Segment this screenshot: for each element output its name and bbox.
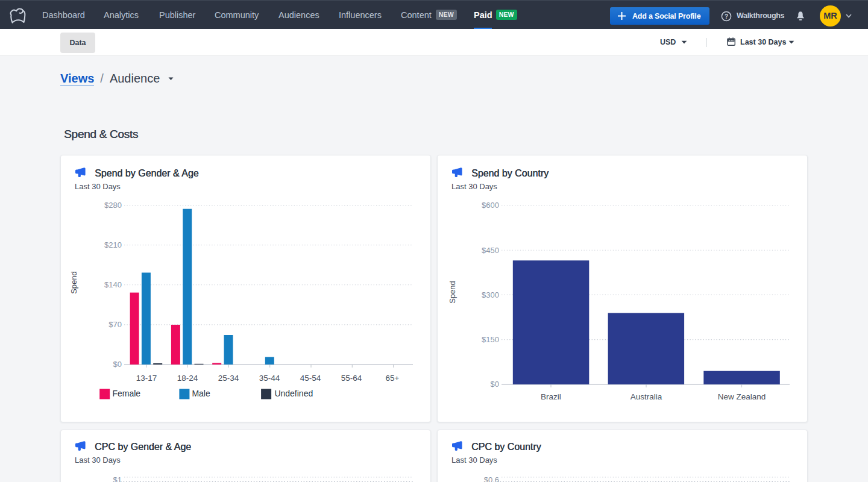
svg-text:25-34: 25-34 xyxy=(218,374,239,383)
svg-text:$70: $70 xyxy=(108,320,122,329)
svg-text:65+: 65+ xyxy=(386,374,400,383)
svg-text:$210: $210 xyxy=(104,240,122,249)
svg-text:$140: $140 xyxy=(104,280,122,289)
svg-text:$1: $1 xyxy=(113,475,122,482)
svg-text:Spend by Country: Spend by Country xyxy=(471,168,549,178)
svg-text:Last 30 Days: Last 30 Days xyxy=(75,455,121,465)
svg-text:$0: $0 xyxy=(491,380,499,389)
svg-text:CPC by Country: CPC by Country xyxy=(471,442,541,452)
svg-text:$600: $600 xyxy=(482,201,499,210)
svg-text:Spend by Gender & Age: Spend by Gender & Age xyxy=(95,168,199,178)
svg-text:$280: $280 xyxy=(104,201,122,210)
svg-text:$0.6: $0.6 xyxy=(484,475,499,482)
svg-text:Last 30 Days: Last 30 Days xyxy=(451,182,497,191)
svg-text:Brazil: Brazil xyxy=(541,392,561,401)
svg-text:?: ? xyxy=(725,13,728,20)
svg-text:Australia: Australia xyxy=(631,392,662,401)
svg-text:Male: Male xyxy=(192,389,210,398)
svg-text:Spend: Spend xyxy=(69,271,78,294)
svg-text:Spend: Spend xyxy=(448,281,457,304)
svg-text:New Zealand: New Zealand xyxy=(718,392,766,401)
svg-text:35-44: 35-44 xyxy=(259,374,280,383)
svg-text:45-54: 45-54 xyxy=(300,374,321,383)
svg-text:Last 30 Days: Last 30 Days xyxy=(451,455,497,465)
svg-text:Last 30 Days: Last 30 Days xyxy=(75,182,121,191)
svg-text:$150: $150 xyxy=(482,335,499,344)
svg-text:18-24: 18-24 xyxy=(177,374,198,383)
svg-text:CPC by Gender & Age: CPC by Gender & Age xyxy=(95,442,191,452)
svg-text:Female: Female xyxy=(112,389,140,398)
svg-text:Undefined: Undefined xyxy=(274,389,313,398)
svg-text:$300: $300 xyxy=(482,290,499,299)
svg-text:$450: $450 xyxy=(482,246,499,255)
svg-text:55-64: 55-64 xyxy=(341,374,362,383)
svg-text:13-17: 13-17 xyxy=(136,374,157,383)
svg-text:$0: $0 xyxy=(113,360,122,369)
